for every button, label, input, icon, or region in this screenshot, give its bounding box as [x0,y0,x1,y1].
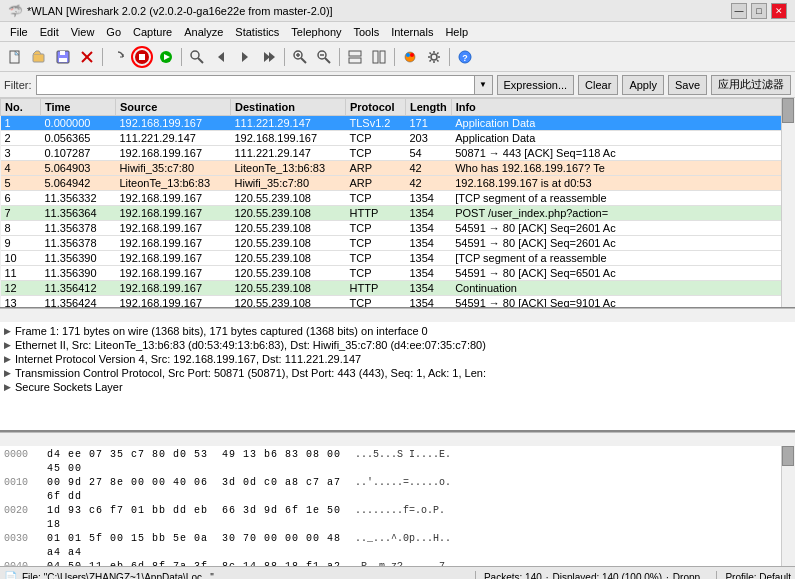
expand-ip-icon: ▶ [4,354,11,364]
stop-capture-button[interactable] [155,46,177,68]
open-button[interactable] [28,46,50,68]
menu-telephony[interactable]: Telephony [285,24,347,40]
close-capture-button[interactable] [76,46,98,68]
table-row[interactable]: 20.056365111.221.29.147192.168.199.167TC… [1,131,795,146]
save-button[interactable] [52,46,74,68]
menu-go[interactable]: Go [100,24,127,40]
expand-ssl-icon: ▶ [4,382,11,392]
toolbar-sep-5 [394,48,395,66]
zoom-in-button[interactable] [289,46,311,68]
colorize-button[interactable] [399,46,421,68]
apply-button[interactable]: Apply [622,75,664,95]
toggle-view1-button[interactable] [344,46,366,68]
svg-point-29 [406,53,410,57]
toolbar-sep-2 [181,48,182,66]
start-capture-button[interactable] [131,46,153,68]
help-tb-button[interactable]: ? [454,46,476,68]
toolbar-sep-6 [449,48,450,66]
table-row[interactable]: 45.064903Hiwifi_35:c7:80LiteonTe_13:b6:8… [1,161,795,176]
minimize-button[interactable]: — [731,3,747,19]
svg-marker-16 [269,52,275,62]
file-path: File: "C:\Users\ZHANGZ~1\AppData\Loc..." [22,572,467,579]
filter-dropdown-button[interactable]: ▼ [475,75,493,95]
detail-ethernet-text: Ethernet II, Src: LiteonTe_13:b6:83 (d0:… [15,339,486,351]
detail-tcp-text: Transmission Control Protocol, Src Port:… [15,367,486,379]
filter-input[interactable] [36,75,475,95]
forward-button[interactable] [234,46,256,68]
expression-button[interactable]: Expression... [497,75,575,95]
menu-analyze[interactable]: Analyze [178,24,229,40]
filter-label: Filter: [4,79,32,91]
maximize-button[interactable]: □ [751,3,767,19]
col-proto[interactable]: Protocol [346,99,406,116]
table-row[interactable]: 911.356378192.168.199.167120.55.239.108T… [1,236,795,251]
table-row[interactable]: 1011.356390192.168.199.167120.55.239.108… [1,251,795,266]
hex-row-1: 0010 00 9d 27 8e 00 00 40 06 3d 0d c0 a8… [4,476,791,504]
save-filter-button[interactable]: Save [668,75,707,95]
detail-hscroll[interactable] [0,432,795,446]
table-row[interactable]: 30.107287192.168.199.167111.221.29.147TC… [1,146,795,161]
expand-ethernet-icon: ▶ [4,340,11,350]
back-button[interactable] [210,46,232,68]
menu-tools[interactable]: Tools [348,24,386,40]
jump-button[interactable] [258,46,280,68]
table-row[interactable]: 711.356364192.168.199.167120.55.239.108H… [1,206,795,221]
apply-filter-cn-button[interactable]: 应用此过滤器 [711,75,791,95]
packet-list-hscroll[interactable] [0,308,795,322]
table-row[interactable]: 1111.356390192.168.199.167120.55.239.108… [1,266,795,281]
find-button[interactable] [186,46,208,68]
hex-scrollbar[interactable] [781,446,795,566]
packet-list-scrollbar[interactable] [781,98,795,308]
hex-row-4: 0040 04 50 11 eb 6d 8f 7a 3f 8c 14 88 18… [4,560,791,566]
detail-row-ssl[interactable]: ▶ Secure Sockets Layer [0,380,795,394]
detail-ssl-text: Secure Sockets Layer [15,381,123,393]
table-row[interactable]: 811.356378192.168.199.167120.55.239.108T… [1,221,795,236]
menu-statistics[interactable]: Statistics [229,24,285,40]
menu-help[interactable]: Help [439,24,474,40]
svg-marker-13 [218,52,224,62]
detail-row-ethernet[interactable]: ▶ Ethernet II, Src: LiteonTe_13:b6:83 (d… [0,338,795,352]
menu-file[interactable]: File [4,24,34,40]
status-dot-2: · [666,572,669,579]
dropped-count: Dropp... [673,572,709,579]
svg-point-31 [431,54,437,60]
table-row[interactable]: 10.000000192.168.199.167111.221.29.147TL… [1,116,795,131]
svg-rect-26 [373,51,378,63]
col-no[interactable]: No. [1,99,41,116]
svg-rect-3 [59,58,67,62]
file-icon: 📄 [4,571,18,579]
detail-row-ip[interactable]: ▶ Internet Protocol Version 4, Src: 192.… [0,352,795,366]
menu-capture[interactable]: Capture [127,24,178,40]
status-sep-1 [475,571,476,580]
menu-internals[interactable]: Internals [385,24,439,40]
close-button[interactable]: ✕ [771,3,787,19]
table-row[interactable]: 1211.356412192.168.199.167120.55.239.108… [1,281,795,296]
pref-button[interactable] [423,46,445,68]
col-info[interactable]: Info [451,99,794,116]
menu-view[interactable]: View [65,24,101,40]
menu-edit[interactable]: Edit [34,24,65,40]
col-len[interactable]: Length [406,99,452,116]
svg-text:?: ? [462,53,468,63]
clear-button[interactable]: Clear [578,75,618,95]
col-dest[interactable]: Destination [231,99,346,116]
new-button[interactable] [4,46,26,68]
detail-ip-text: Internet Protocol Version 4, Src: 192.16… [15,353,361,365]
toolbar-sep-3 [284,48,285,66]
packet-table: No. Time Source Destination Protocol Len… [0,98,795,308]
svg-rect-24 [349,51,361,56]
svg-point-11 [191,51,199,59]
toggle-view2-button[interactable] [368,46,390,68]
col-time[interactable]: Time [41,99,116,116]
reload-button[interactable] [107,46,129,68]
zoom-out-button[interactable] [313,46,335,68]
table-row[interactable]: 1311.356424192.168.199.167120.55.239.108… [1,296,795,309]
col-source[interactable]: Source [116,99,231,116]
detail-row-tcp[interactable]: ▶ Transmission Control Protocol, Src Por… [0,366,795,380]
table-row[interactable]: 55.064942LiteonTe_13:b6:83Hiwifi_35:c7:8… [1,176,795,191]
svg-rect-27 [380,51,385,63]
table-row[interactable]: 611.356332192.168.199.167120.55.239.108T… [1,191,795,206]
svg-rect-25 [349,58,361,63]
toolbar-sep-4 [339,48,340,66]
detail-row-frame[interactable]: ▶ Frame 1: 171 bytes on wire (1368 bits)… [0,324,795,338]
